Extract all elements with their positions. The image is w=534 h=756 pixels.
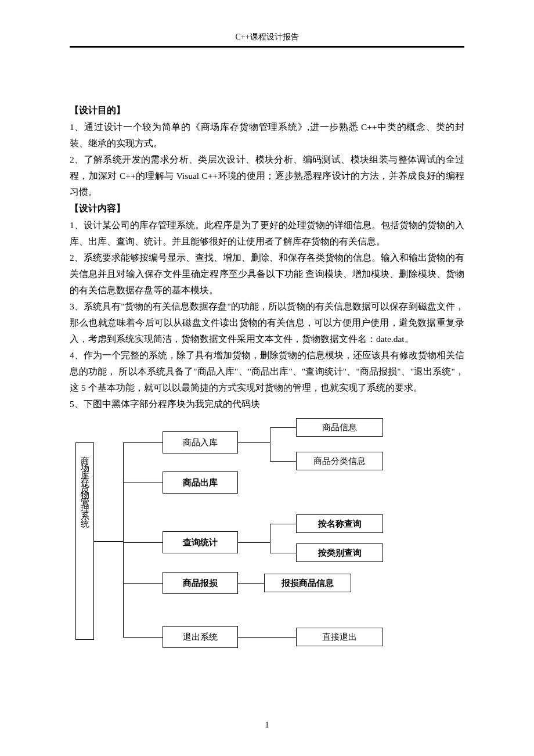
paragraph: 3、系统具有"货物的有关信息数据存盘"的功能，所以货物的有关信息数据可以保存到磁…: [70, 298, 464, 347]
section-title-purpose: 【设计目的】: [70, 105, 464, 117]
paragraph: 1、通过设计一个较为简单的《商场库存货物管理系统》,进一步熟悉 C++中类的概念…: [70, 119, 464, 152]
diagram-node-outbound: 商品出库: [163, 471, 238, 494]
page-header: C++课程设计报告: [70, 32, 464, 46]
diagram-leaf-query-name: 按名称查询: [296, 514, 383, 533]
paragraph: 4、作为一个完整的系统，除了具有增加货物，删除货物的信息模块，还应该具有修改货物…: [70, 347, 464, 396]
paragraph: 2、了解系统开发的需求分析、类层次设计、模块分析、编码测试、模块组装与整体调试的…: [70, 152, 464, 200]
diagram-node-damage: 商品报损: [163, 572, 238, 594]
diagram-node-inbound: 商品入库: [163, 431, 238, 453]
diagram-node-query: 查询统计: [163, 531, 238, 553]
diagram-leaf-exit-direct: 直接退出: [296, 628, 383, 646]
paragraph: 5、下图中黑体字部分程序块为我完成的代码块: [70, 396, 464, 412]
diagram-root: 商场库存货物管理系统: [75, 442, 94, 640]
diagram-leaf-category-info: 商品分类信息: [296, 452, 383, 470]
diagram-leaf-query-category: 按类别查询: [296, 543, 383, 562]
system-diagram: 商场库存货物管理系统 商品入库 商品出库 查询统计 商品报损 退出系统 商品信息…: [75, 418, 470, 662]
section-title-content: 【设计内容】: [70, 203, 464, 215]
paragraph: 1、设计某公司的库存管理系统。此程序是为了更好的处理货物的详细信息。包括货物的货…: [70, 217, 464, 250]
diagram-leaf-damage-info: 报损商品信息: [264, 574, 351, 592]
paragraph: 2、系统要求能够按编号显示、查找、增加、删除、和保存各类货物的信息。输入和输出货…: [70, 250, 464, 298]
diagram-node-exit: 退出系统: [163, 626, 238, 648]
page-number: 1: [0, 721, 534, 730]
diagram-leaf-product-info: 商品信息: [296, 418, 383, 437]
